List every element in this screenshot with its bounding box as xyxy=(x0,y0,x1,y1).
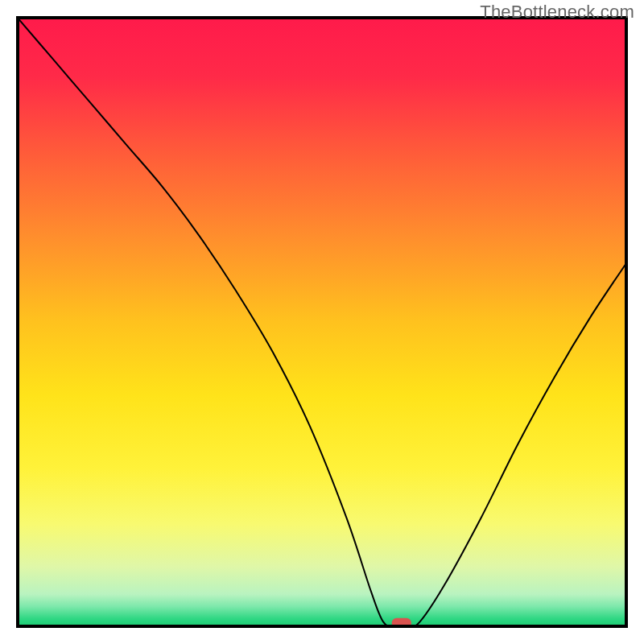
chart-container: TheBottleneck.com xyxy=(0,0,644,644)
gradient-background xyxy=(16,16,628,628)
watermark-text: TheBottleneck.com xyxy=(480,2,634,23)
plot-area xyxy=(16,16,628,628)
bottleneck-chart xyxy=(16,16,628,628)
